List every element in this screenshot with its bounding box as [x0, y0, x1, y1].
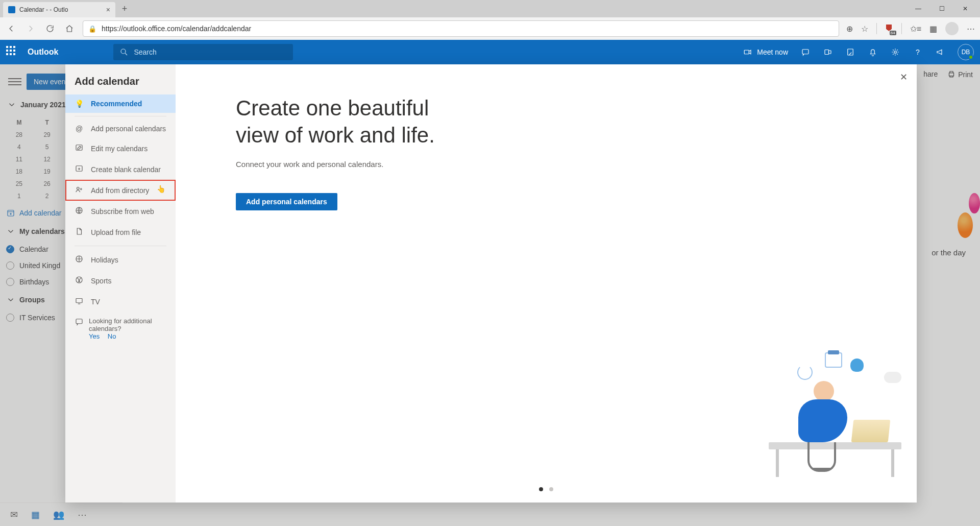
svg-point-11 — [77, 187, 80, 190]
sidebar-item-add-from-directory[interactable]: Add from directory 👆 — [65, 180, 176, 201]
sidebar-item-holidays[interactable]: Holidays — [65, 249, 176, 270]
svg-point-0 — [121, 49, 126, 54]
tv-icon — [75, 296, 84, 307]
help-icon[interactable]: ? — [913, 47, 923, 57]
user-avatar[interactable]: DB — [958, 44, 974, 60]
address-bar: 🔒 https://outlook.office.com/calendar/ad… — [0, 17, 980, 40]
video-icon — [743, 47, 753, 57]
header-right: Meet now ? DB — [743, 44, 974, 60]
browser-tab[interactable]: Calendar - - Outlo × — [3, 2, 115, 17]
carousel-pager[interactable] — [539, 487, 553, 491]
megaphone-icon[interactable] — [935, 47, 945, 57]
svg-rect-2 — [802, 50, 808, 54]
profile-button[interactable] — [945, 22, 959, 35]
app-launcher-icon[interactable] — [6, 46, 18, 58]
svg-point-6 — [894, 51, 897, 54]
svg-point-14 — [76, 277, 82, 283]
app-name: Outlook — [28, 47, 58, 57]
feedback-icon — [75, 317, 84, 328]
sidebar-item-create-blank[interactable]: Create blank calendar — [65, 159, 176, 180]
favorites-button[interactable]: ✩≡ — [910, 24, 921, 34]
forward-button[interactable] — [24, 22, 37, 35]
url-input[interactable]: 🔒 https://outlook.office.com/calendar/ad… — [83, 20, 839, 37]
globe-icon — [75, 254, 84, 265]
pager-dot[interactable] — [539, 487, 543, 491]
meet-now-label: Meet now — [757, 48, 788, 56]
lock-icon: 🔒 — [88, 25, 96, 33]
new-tab-button[interactable]: + — [117, 2, 132, 16]
badge-count: 64 — [890, 31, 896, 35]
separator — [75, 246, 166, 246]
sidebar-item-subscribe-web[interactable]: Subscribe from web — [65, 201, 176, 222]
teams-icon[interactable] — [823, 47, 833, 57]
add-calendar-panel: Add calendar 💡 Recommended @ Add persona… — [65, 64, 917, 503]
window-maximize-button[interactable]: ☐ — [930, 0, 953, 17]
back-button[interactable] — [5, 22, 17, 35]
feedback-no-link[interactable]: No — [108, 332, 116, 340]
file-icon — [75, 227, 84, 237]
svg-rect-3 — [825, 50, 829, 55]
outlook-header: Outlook Meet now ? DB — [0, 40, 980, 64]
edit-icon — [75, 143, 84, 154]
hero-heading: Create one beautiful view of work and li… — [236, 95, 522, 149]
meet-now-button[interactable]: Meet now — [743, 47, 788, 57]
home-button[interactable] — [63, 22, 76, 35]
sidebar-item-add-personal[interactable]: @ Add personal calendars — [65, 119, 176, 138]
hero-illustration — [769, 349, 901, 477]
tab-title: Calendar - - Outlo — [19, 6, 68, 13]
favicon-icon — [8, 6, 15, 13]
chat-icon[interactable] — [800, 47, 811, 57]
bell-icon[interactable] — [868, 47, 878, 57]
cursor-icon: 👆 — [157, 185, 165, 193]
sidebar-item-upload-file[interactable]: Upload from file — [65, 222, 176, 243]
sports-icon — [75, 275, 84, 286]
tab-strip: Calendar - - Outlo × + — ☐ ✕ — [0, 0, 980, 17]
lightbulb-icon: 💡 — [75, 100, 84, 108]
svg-rect-15 — [76, 299, 82, 303]
presence-indicator — [968, 55, 973, 60]
search-input[interactable] — [134, 48, 287, 56]
browser-chrome: Calendar - - Outlo × + — ☐ ✕ 🔒 https://o… — [0, 0, 980, 40]
calendar-plus-icon — [75, 164, 84, 175]
search-box[interactable] — [113, 44, 293, 60]
content-area: New event January 2021 MTWT 282930314567… — [0, 64, 980, 526]
separator — [901, 23, 902, 34]
sidebar-item-tv[interactable]: TV — [65, 291, 176, 312]
separator — [75, 116, 166, 116]
add-calendar-sidebar: Add calendar 💡 Recommended @ Add persona… — [65, 64, 176, 503]
user-initials: DB — [962, 49, 970, 56]
refresh-button[interactable] — [44, 22, 56, 35]
sidebar-item-sports[interactable]: Sports — [65, 270, 176, 291]
panel-title: Add calendar — [65, 74, 176, 94]
add-page-icon[interactable]: ⊕ — [846, 24, 853, 34]
svg-rect-5 — [848, 49, 853, 55]
window-minimize-button[interactable]: — — [906, 0, 930, 17]
sidebar-item-recommended[interactable]: 💡 Recommended — [65, 94, 176, 113]
svg-rect-4 — [829, 51, 831, 54]
window-controls: — ☐ ✕ — [906, 0, 977, 17]
at-icon: @ — [75, 125, 84, 133]
sidebar-item-edit-my-calendars[interactable]: Edit my calendars — [65, 138, 176, 159]
close-button[interactable]: ✕ — [900, 71, 908, 83]
gear-icon[interactable] — [890, 47, 900, 57]
extension-badge[interactable]: ⛊ 64 — [885, 24, 893, 33]
window-close-button[interactable]: ✕ — [953, 0, 977, 17]
tab-close-icon[interactable]: × — [106, 6, 110, 14]
add-calendar-main: ✕ Create one beautiful view of work and … — [176, 64, 917, 503]
svg-rect-16 — [76, 319, 82, 324]
url-text: https://outlook.office.com/calendar/addc… — [102, 25, 251, 33]
search-icon — [119, 47, 129, 57]
favorite-icon[interactable]: ☆ — [861, 24, 868, 34]
person-add-icon — [75, 185, 84, 196]
feedback-row: Looking for additional calendars? Yes No — [65, 312, 176, 345]
note-icon[interactable] — [845, 47, 855, 57]
globe-web-icon — [75, 206, 84, 217]
pager-dot[interactable] — [549, 487, 553, 491]
feedback-yes-link[interactable]: Yes — [89, 332, 100, 340]
hero-subtitle: Connect your work and personal calendars… — [236, 160, 917, 169]
separator — [876, 23, 877, 34]
collections-button[interactable]: ▦ — [929, 24, 937, 34]
add-personal-calendars-button[interactable]: Add personal calendars — [236, 193, 337, 210]
addr-right-icons: ⊕ ☆ ⛊ 64 ✩≡ ▦ ⋯ — [846, 22, 975, 35]
more-button[interactable]: ⋯ — [967, 24, 975, 34]
